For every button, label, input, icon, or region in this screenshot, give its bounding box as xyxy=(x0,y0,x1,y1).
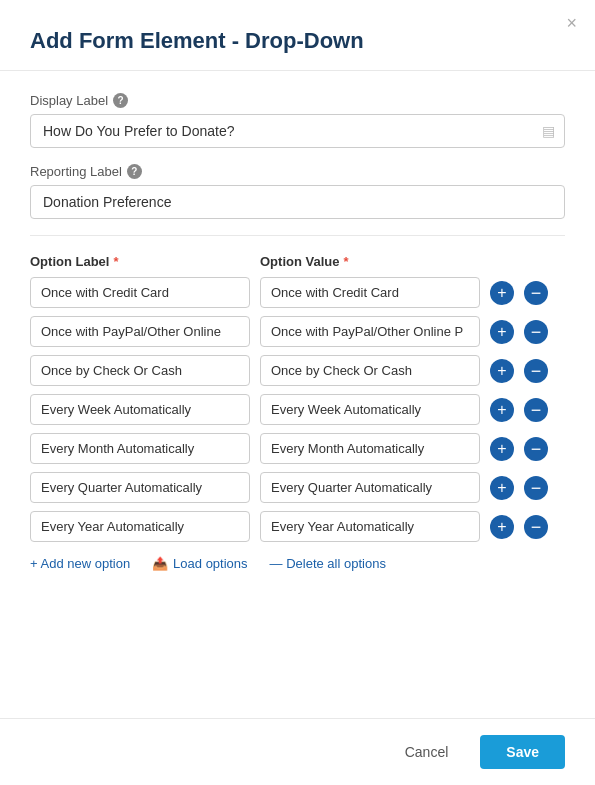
option-row: +− xyxy=(30,316,565,347)
option-remove-button-2[interactable]: − xyxy=(524,359,548,383)
option-remove-button-0[interactable]: − xyxy=(524,281,548,305)
add-new-option-button[interactable]: + Add new option xyxy=(30,556,130,571)
option-remove-button-5[interactable]: − xyxy=(524,476,548,500)
save-button[interactable]: Save xyxy=(480,735,565,769)
option-value-header: Option Value * xyxy=(260,254,480,269)
options-section: Option Label * Option Value * +−+−+−+−+−… xyxy=(30,254,565,571)
option-value-input-5[interactable] xyxy=(260,472,480,503)
option-label-input-4[interactable] xyxy=(30,433,250,464)
option-value-input-3[interactable] xyxy=(260,394,480,425)
modal-title: Add Form Element - Drop-Down xyxy=(30,28,565,54)
option-row: +− xyxy=(30,277,565,308)
option-add-button-0[interactable]: + xyxy=(490,281,514,305)
option-remove-button-1[interactable]: − xyxy=(524,320,548,344)
modal-body: Display Label ? ▤ Reporting Label ? Opti… xyxy=(0,71,595,591)
display-label-label: Display Label ? xyxy=(30,93,565,108)
delete-all-options-button[interactable]: — Delete all options xyxy=(270,556,386,571)
option-label-input-3[interactable] xyxy=(30,394,250,425)
display-label-input-wrapper: ▤ xyxy=(30,114,565,148)
option-label-input-5[interactable] xyxy=(30,472,250,503)
option-value-required: * xyxy=(343,254,348,269)
modal: × Add Form Element - Drop-Down Display L… xyxy=(0,0,595,785)
option-row: +− xyxy=(30,511,565,542)
option-add-button-4[interactable]: + xyxy=(490,437,514,461)
option-row: +− xyxy=(30,472,565,503)
option-label-required: * xyxy=(113,254,118,269)
option-remove-button-4[interactable]: − xyxy=(524,437,548,461)
display-label-input[interactable] xyxy=(30,114,565,148)
option-label-header: Option Label * xyxy=(30,254,250,269)
cancel-button[interactable]: Cancel xyxy=(383,735,471,769)
options-header: Option Label * Option Value * xyxy=(30,254,565,269)
modal-header: Add Form Element - Drop-Down xyxy=(0,0,595,71)
option-add-button-3[interactable]: + xyxy=(490,398,514,422)
display-label-group: Display Label ? ▤ xyxy=(30,93,565,148)
display-label-help-icon[interactable]: ? xyxy=(113,93,128,108)
close-button[interactable]: × xyxy=(566,14,577,32)
option-remove-button-6[interactable]: − xyxy=(524,515,548,539)
option-value-input-2[interactable] xyxy=(260,355,480,386)
upload-icon: 📤 xyxy=(152,556,168,571)
display-label-icon: ▤ xyxy=(542,123,555,139)
option-value-input-6[interactable] xyxy=(260,511,480,542)
option-remove-button-3[interactable]: − xyxy=(524,398,548,422)
reporting-label-group: Reporting Label ? xyxy=(30,164,565,219)
option-label-input-6[interactable] xyxy=(30,511,250,542)
option-value-input-0[interactable] xyxy=(260,277,480,308)
option-add-button-2[interactable]: + xyxy=(490,359,514,383)
option-row: +− xyxy=(30,433,565,464)
option-label-input-1[interactable] xyxy=(30,316,250,347)
reporting-label-input[interactable] xyxy=(30,185,565,219)
options-rows: +−+−+−+−+−+−+− xyxy=(30,277,565,542)
load-options-button[interactable]: 📤 Load options xyxy=(152,556,247,571)
reporting-label-help-icon[interactable]: ? xyxy=(127,164,142,179)
option-label-input-0[interactable] xyxy=(30,277,250,308)
option-label-input-2[interactable] xyxy=(30,355,250,386)
option-add-button-6[interactable]: + xyxy=(490,515,514,539)
options-actions: + Add new option 📤 Load options — Delete… xyxy=(30,556,565,571)
option-add-button-5[interactable]: + xyxy=(490,476,514,500)
modal-footer: Cancel Save xyxy=(0,718,595,785)
option-value-input-4[interactable] xyxy=(260,433,480,464)
option-value-input-1[interactable] xyxy=(260,316,480,347)
divider xyxy=(30,235,565,236)
reporting-label-label: Reporting Label ? xyxy=(30,164,565,179)
option-row: +− xyxy=(30,355,565,386)
option-row: +− xyxy=(30,394,565,425)
option-add-button-1[interactable]: + xyxy=(490,320,514,344)
